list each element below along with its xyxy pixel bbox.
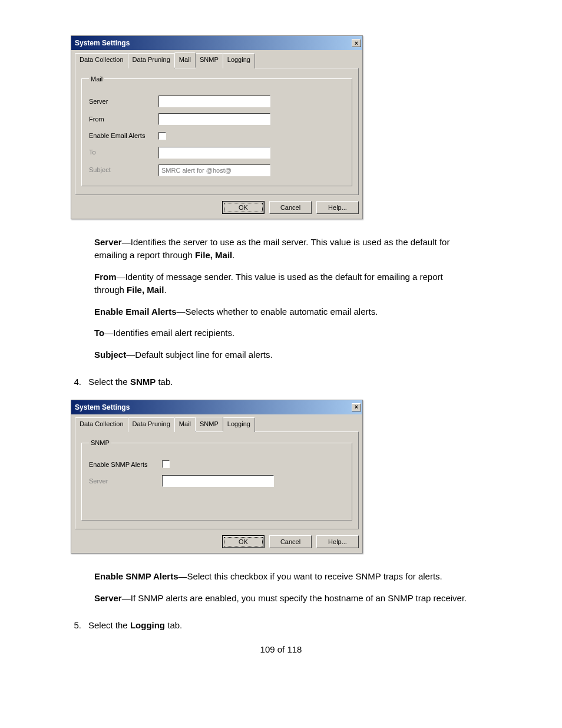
tabpanel-snmp: SNMP Enable SNMP Alerts Server <box>75 431 359 529</box>
subject-input[interactable] <box>158 164 270 176</box>
help-button[interactable]: Help... <box>316 201 359 214</box>
tab-mail[interactable]: Mail <box>174 52 196 68</box>
enable-snmp-alerts-label: Enable SNMP Alerts <box>89 460 162 470</box>
desc-snmp-server: Server—If SNMP alerts are enabled, you m… <box>94 592 471 605</box>
desc-to: To—Identifies email alert recipients. <box>94 327 471 340</box>
page-number: 109 of 118 <box>71 643 491 657</box>
close-icon[interactable]: × <box>352 403 361 411</box>
step-4: 4. Select the SNMP tab. <box>71 375 491 389</box>
step-5: 5. Select the Logging tab. <box>71 619 491 633</box>
step-5-text: Select the Logging tab. <box>88 619 182 633</box>
tabstrip: Data Collection Data Pruning Mail SNMP L… <box>75 53 359 68</box>
step-5-number: 5. <box>71 619 88 633</box>
from-input[interactable] <box>158 113 270 125</box>
server-label: Server <box>89 97 158 107</box>
enable-email-alerts-checkbox[interactable] <box>158 132 166 140</box>
cancel-button[interactable]: Cancel <box>269 201 312 214</box>
snmp-field-descriptions: Enable SNMP Alerts—Select this checkbox … <box>94 570 471 605</box>
enable-email-alerts-label: Enable Email Alerts <box>89 131 158 141</box>
help-button[interactable]: Help... <box>316 535 359 548</box>
tab-data-pruning[interactable]: Data Pruning <box>128 417 175 433</box>
desc-from: From—Identity of message sender. This va… <box>94 271 471 297</box>
system-settings-dialog-mail: System Settings × Data Collection Data P… <box>71 35 363 219</box>
enable-snmp-alerts-checkbox[interactable] <box>162 460 170 468</box>
tabstrip: Data Collection Data Pruning Mail SNMP L… <box>75 417 359 433</box>
from-label: From <box>89 114 158 124</box>
cancel-button[interactable]: Cancel <box>269 535 312 548</box>
tab-mail[interactable]: Mail <box>174 417 196 433</box>
subject-label: Subject <box>89 165 158 175</box>
step-4-text: Select the SNMP tab. <box>88 375 173 389</box>
desc-enable-snmp-alerts: Enable SNMP Alerts—Select this checkbox … <box>94 570 471 584</box>
dialog-title: System Settings <box>75 38 130 48</box>
desc-server: Server—Identifies the server to use as t… <box>94 236 471 262</box>
tab-snmp[interactable]: SNMP <box>195 53 223 68</box>
to-input[interactable] <box>158 147 270 159</box>
ok-button[interactable]: OK <box>222 535 265 548</box>
dialog-button-row: OK Cancel Help... <box>75 535 359 548</box>
snmp-group: SNMP Enable SNMP Alerts Server <box>81 438 352 521</box>
step-4-number: 4. <box>71 375 88 389</box>
mail-group: Mail Server From Enable Email Alerts To <box>81 74 352 186</box>
mail-field-descriptions: Server—Identifies the server to use as t… <box>94 236 471 362</box>
dialog-button-row: OK Cancel Help... <box>75 201 359 214</box>
server-label: Server <box>89 476 162 486</box>
tab-data-collection[interactable]: Data Collection <box>75 417 128 433</box>
tab-logging[interactable]: Logging <box>223 417 255 433</box>
dialog-title: System Settings <box>75 402 130 413</box>
desc-enable-email-alerts: Enable Email Alerts—Selects whether to e… <box>94 305 471 319</box>
dialog-titlebar: System Settings × <box>71 36 362 50</box>
tab-data-pruning[interactable]: Data Pruning <box>128 53 175 68</box>
tab-data-collection[interactable]: Data Collection <box>75 53 128 68</box>
tab-snmp[interactable]: SNMP <box>195 417 223 432</box>
close-icon[interactable]: × <box>352 39 361 47</box>
server-input[interactable] <box>158 95 270 107</box>
snmp-server-input[interactable] <box>162 475 274 487</box>
desc-subject: Subject—Default subject line for email a… <box>94 348 471 362</box>
tabpanel-mail: Mail Server From Enable Email Alerts To <box>75 68 359 195</box>
mail-group-legend: Mail <box>89 74 104 84</box>
to-label: To <box>89 147 158 157</box>
snmp-group-legend: SNMP <box>89 438 111 448</box>
tab-logging[interactable]: Logging <box>223 53 255 68</box>
ok-button[interactable]: OK <box>222 201 265 214</box>
dialog-titlebar: System Settings × <box>71 400 362 414</box>
system-settings-dialog-snmp: System Settings × Data Collection Data P… <box>71 400 363 554</box>
